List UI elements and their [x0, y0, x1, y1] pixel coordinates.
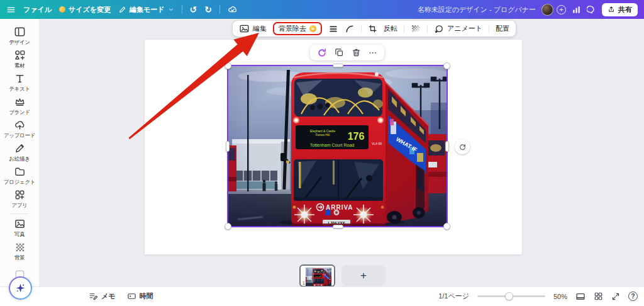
redo-button[interactable]: ↻ [204, 5, 212, 14]
edit-mode-label: 編集モード [130, 5, 165, 14]
comments-button[interactable] [587, 5, 596, 14]
notes-label: メモ [101, 292, 116, 301]
adjust-lines-icon [328, 24, 338, 34]
sidebar-item-projects[interactable]: プロジェクト [2, 164, 37, 188]
page-indicator[interactable]: 1/1ページ [438, 292, 469, 301]
speech-bubble-icon [587, 5, 596, 14]
duplicate-button[interactable] [335, 48, 344, 57]
design-title[interactable]: 名称未設定のデザイン - ブログバナー [418, 5, 536, 14]
sidebar-item-uploads[interactable]: アップロード [2, 118, 37, 141]
present-button[interactable] [575, 292, 586, 302]
animate-button[interactable]: アニメート [434, 24, 482, 34]
magic-swap-icon [317, 48, 327, 58]
text-icon [14, 72, 26, 84]
resize-button[interactable]: サイズを変更 [59, 5, 111, 14]
share-button[interactable]: 共有 [602, 3, 638, 16]
arc-tool-button[interactable] [345, 24, 355, 34]
pencil-icon [118, 6, 126, 14]
resize-handle-top-right[interactable] [443, 62, 450, 69]
toolbar-divider [489, 25, 489, 33]
duration-button[interactable]: 時間 [127, 292, 153, 301]
crop-button[interactable] [368, 24, 377, 33]
resize-handle-right[interactable] [445, 141, 449, 152]
photos-icon [14, 218, 26, 230]
grid-view-icon [594, 292, 603, 301]
zoom-slider-thumb[interactable] [505, 292, 513, 300]
position-label: 配置 [496, 24, 509, 33]
edit-image-button[interactable]: 編集 [239, 23, 267, 34]
draw-pencil-icon [14, 142, 26, 154]
magic-replace-button[interactable] [317, 48, 327, 58]
zoom-level-label[interactable]: 50% [553, 293, 567, 300]
sidebar-item-text[interactable]: テキスト [2, 71, 37, 94]
selected-image-frame[interactable] [227, 65, 448, 227]
transparency-button[interactable] [411, 24, 421, 34]
bg-remover-button[interactable]: 背景除去 [273, 22, 322, 35]
sidebar-item-draw[interactable]: お絵描き [2, 141, 37, 164]
animate-icon [434, 24, 444, 34]
elements-icon [14, 49, 26, 61]
zoom-slider[interactable] [477, 295, 545, 297]
sidebar-item-elements[interactable]: 素材 [2, 48, 37, 71]
grid-view-button[interactable] [594, 292, 603, 301]
bus-photo[interactable] [228, 66, 447, 226]
page-number-label: 1 [303, 281, 305, 285]
statusbar-right: 1/1ページ 50% ? [438, 286, 638, 306]
resize-handle-top[interactable] [333, 64, 343, 67]
main-menu-button[interactable] [6, 5, 16, 14]
background-checker-icon [14, 241, 26, 253]
edit-mode-button[interactable]: 編集モード [118, 5, 174, 14]
bar-chart-icon [572, 5, 581, 14]
add-page-button[interactable]: + [341, 265, 386, 286]
resize-handle-bottom-left[interactable] [225, 223, 231, 230]
duration-icon [127, 292, 136, 301]
fullscreen-button[interactable] [611, 292, 620, 301]
user-avatar[interactable] [541, 4, 553, 16]
hamburger-icon [6, 5, 16, 14]
sidebar-item-photos[interactable]: 写真 [2, 217, 37, 240]
page-thumbnail-1[interactable]: 1 [299, 264, 335, 287]
help-button[interactable]: ? [628, 292, 638, 301]
pro-crown-icon [59, 6, 65, 13]
cloud-check-icon [228, 4, 238, 14]
notes-button[interactable]: メモ [89, 292, 116, 301]
flip-button[interactable]: 反転 [384, 24, 397, 33]
sidebar-item-design[interactable]: デザイン [2, 25, 37, 48]
edit-label: 編集 [253, 24, 267, 33]
sidebar-item-apps[interactable]: アプリ [2, 188, 37, 211]
duplicate-icon [335, 48, 344, 57]
position-button[interactable]: 配置 [496, 24, 509, 33]
trash-icon [352, 48, 361, 57]
resize-handle-left[interactable] [226, 141, 230, 152]
topbar-divider [182, 5, 182, 14]
sidebar-item-background[interactable]: 背景 [2, 240, 37, 263]
rotate-handle[interactable] [455, 139, 470, 154]
sidebar: デザイン 素材 テキスト ブランド アップロード お絵描き プロジェクト アプリ… [0, 19, 39, 286]
insights-button[interactable] [572, 5, 581, 14]
resize-handle-top-left[interactable] [225, 62, 231, 69]
fullscreen-arrows-icon [611, 292, 620, 301]
delete-button[interactable] [352, 48, 361, 57]
adjust-button[interactable] [328, 24, 338, 34]
rotate-icon [458, 143, 467, 151]
presentation-icon [575, 292, 586, 302]
toolbar-divider [404, 25, 404, 33]
save-status-button[interactable] [228, 4, 238, 14]
file-menu-button[interactable]: ファイル [23, 5, 52, 14]
resize-handle-bottom-right[interactable] [443, 223, 450, 230]
element-quick-toolbar: ⋯ [310, 45, 384, 60]
toolbar-divider [361, 25, 362, 33]
transparency-dither-icon [411, 24, 421, 34]
flip-label: 反転 [384, 24, 397, 33]
undo-button[interactable]: ↺ [190, 5, 197, 14]
bg-remover-label: 背景除去 [279, 24, 306, 33]
resize-handle-bottom[interactable] [333, 225, 343, 229]
pro-badge-icon [309, 25, 316, 32]
page-thumbnail-preview [306, 268, 331, 286]
sidebar-item-brand[interactable]: ブランド [2, 94, 37, 118]
ai-assistant-button[interactable] [9, 276, 32, 300]
arc-icon [345, 24, 355, 34]
resize-label: サイズを変更 [69, 5, 111, 14]
crown-icon [14, 96, 26, 108]
add-member-button[interactable]: + [557, 5, 566, 14]
